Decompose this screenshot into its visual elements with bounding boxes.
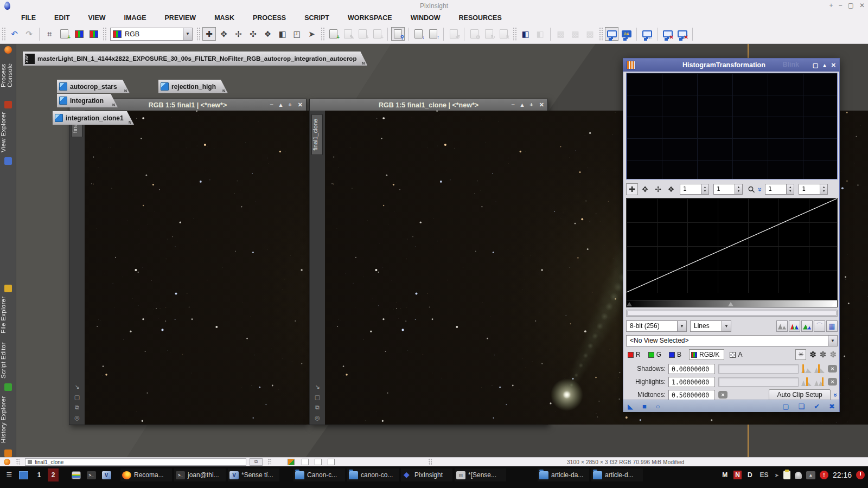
color-channels-icon[interactable] [72, 27, 86, 41]
delete-preview-icon[interactable]: + [371, 27, 384, 41]
tray-indicator-es[interactable]: ES [758, 471, 770, 479]
track-view-icon[interactable]: ✚ [202, 27, 216, 41]
set-identifier-icon[interactable]: ⌗ [43, 27, 56, 41]
mtf-grid-icon[interactable]: ✽ [809, 350, 816, 359]
sidebar-tab-script-editor[interactable]: Script Editor [0, 340, 16, 381]
zoom-to-fit-icon[interactable]: ✥ [217, 27, 231, 41]
toolbar-drag-handle[interactable] [2, 27, 5, 41]
screen-transfer-icon[interactable] [605, 27, 618, 41]
dock-window-icon[interactable]: ← [640, 27, 654, 41]
notifications-tray-icon[interactable] [795, 472, 802, 479]
sidebar-tab-file-explorer[interactable]: File Explorer [0, 293, 16, 337]
rgb-histogram-icon[interactable] [789, 320, 800, 332]
zoom-button[interactable]: + [529, 99, 533, 111]
taskbar-window-article-d-[interactable]: article-d... [591, 468, 643, 481]
close-button[interactable]: ✕ [539, 99, 544, 111]
remove-mask-icon[interactable]: ◧ [533, 27, 547, 41]
detach-button[interactable]: ▢ [813, 62, 818, 69]
rejection-display-icon[interactable] [776, 320, 788, 332]
invert-mask-icon[interactable]: ▩ [569, 27, 582, 41]
clone-preview-icon[interactable]: + [356, 27, 369, 41]
lock-output-icon[interactable]: ✽ [820, 350, 827, 359]
view-tab-final1-clone[interactable]: final1_clone [311, 114, 323, 155]
resize-mode-icon[interactable]: ↘ [74, 383, 79, 390]
channel-b-toggle[interactable]: B [669, 351, 681, 358]
import-image-icon[interactable]: ↓ [412, 27, 425, 41]
show-mask-icon[interactable]: ◧ [519, 27, 532, 41]
process-doc-icon[interactable]: ❏ [799, 402, 805, 410]
midtones-reset-icon[interactable]: ✕ [718, 391, 727, 399]
curve-display-icon[interactable]: ⌒ [814, 320, 825, 332]
iconized-tab-rejection-high[interactable]: rejection_high N [158, 80, 228, 93]
resize-mode-icon[interactable]: ↘ [315, 383, 320, 390]
toolbar-drag-handle[interactable] [321, 27, 324, 41]
extract-channels-icon[interactable] [87, 27, 100, 41]
taskbar-window-joan-thi-[interactable]: >_joan@thi... [174, 468, 226, 481]
menu-workspace[interactable]: WORKSPACE [339, 11, 401, 24]
new-image-icon[interactable]: + [58, 27, 71, 41]
realtime-preview-icon[interactable]: ○ [656, 402, 660, 410]
tray-arrow-icon[interactable]: ➤ [775, 472, 779, 478]
sidebar-tab-file-explorer-icon[interactable] [4, 285, 12, 292]
workspace-button-1[interactable]: 1 [34, 468, 44, 481]
readout-mode-icon[interactable]: ◎ [74, 414, 80, 421]
resolution-dropdown[interactable]: 8-bit (256) ▼ [626, 320, 687, 332]
sidebar-tab-history-explorer-icon[interactable] [4, 450, 12, 457]
sidebar-tab-view-explorer[interactable]: View Explorer [0, 110, 16, 155]
enable-mask-icon[interactable]: ▩ [554, 27, 567, 41]
close-image-icon[interactable]: ✕ [497, 27, 510, 41]
highlights-slider-handle[interactable] [832, 302, 837, 306]
taskbar-window-canon-co-[interactable]: canon-co... [347, 468, 399, 481]
menu-process[interactable]: PROCESS [244, 11, 295, 24]
midtones-gradient-slider[interactable] [627, 300, 837, 307]
toolbar-drag-handle[interactable] [196, 27, 200, 41]
view-selector-dropdown[interactable]: <No View Selected> ▼ [626, 335, 838, 346]
channel-r-toggle[interactable]: R [628, 351, 641, 358]
copy-mode-icon[interactable]: ⧉ [75, 404, 79, 411]
close-all-windows-icon[interactable]: ✕ [661, 27, 674, 41]
shadows-reset-icon[interactable]: ✕ [828, 365, 837, 373]
window-list-button[interactable]: ☰ [2, 468, 16, 481]
color-swatch[interactable] [288, 459, 295, 465]
expand-clipping-icon[interactable]: » [832, 393, 840, 396]
channel-a-toggle[interactable]: A [730, 351, 742, 358]
show-raw-icon[interactable]: ✽ [829, 350, 837, 359]
new-instance-icon[interactable]: ◣ [628, 402, 633, 410]
midtones-input[interactable] [668, 390, 715, 400]
pan-mode-icon[interactable]: ✣ [246, 27, 260, 41]
iconized-tab-integration-clone1[interactable]: integration_clone1 N [53, 111, 134, 125]
close-workspace-icon[interactable]: ✕ [675, 27, 689, 41]
taskbar-window-recoma-[interactable]: Recoma... [120, 468, 172, 481]
menu-image[interactable]: IMAGE [115, 11, 156, 24]
taskbar-window-canon-c-[interactable]: Canon-c... [293, 468, 345, 481]
sidebar-tab-script-editor-icon[interactable] [4, 383, 12, 391]
transfer-curve-area[interactable] [626, 198, 838, 307]
auto-clip-setup-button[interactable]: Auto Clip Setup [769, 389, 830, 401]
menu-mask[interactable]: MASK [205, 11, 244, 24]
shadows-clip-icon[interactable] [801, 364, 812, 373]
eject-tray-icon[interactable]: ▲ [806, 471, 815, 479]
show-desktop-button[interactable] [16, 468, 30, 481]
taskbar-window--sense-[interactable]: ▤*[Sense... [455, 468, 506, 481]
shadows-clip-reset-icon[interactable] [814, 364, 825, 373]
reset-icon[interactable]: ✖ [829, 402, 835, 410]
close-button[interactable]: ✕ [298, 99, 303, 111]
menu-file[interactable]: FILE [12, 11, 45, 24]
taskbar-window--sense-t-[interactable]: V*Sense tí... [228, 468, 279, 481]
menu-view[interactable]: VIEW [79, 11, 115, 24]
view-mode-box[interactable]: ⧉ [250, 458, 263, 466]
shadows-slider-handle[interactable] [627, 302, 632, 306]
image-settings-icon[interactable]: ⚙ [468, 27, 481, 41]
shade-button[interactable]: ▴ [279, 99, 283, 111]
channel-rgbk-toggle[interactable]: RGB/K [689, 349, 724, 360]
shade-button[interactable]: ▴ [521, 99, 524, 111]
combined-histogram-icon[interactable] [801, 320, 813, 332]
export-image-icon[interactable]: ↑ [426, 27, 440, 41]
fit-view-icon[interactable]: ❖ [665, 183, 677, 195]
center-image-icon[interactable]: ❖ [261, 27, 275, 41]
highlights-input[interactable] [668, 377, 715, 387]
image-window-final1-clone-titlebar[interactable]: RGB 1:5 final1_clone | <*new*> − ▴ + ✕ [310, 99, 547, 111]
curve-scrollbar[interactable] [626, 310, 838, 317]
track-cursor-icon[interactable]: ✚ [626, 183, 638, 195]
selection-mode-icon[interactable]: ▢ [74, 394, 80, 401]
